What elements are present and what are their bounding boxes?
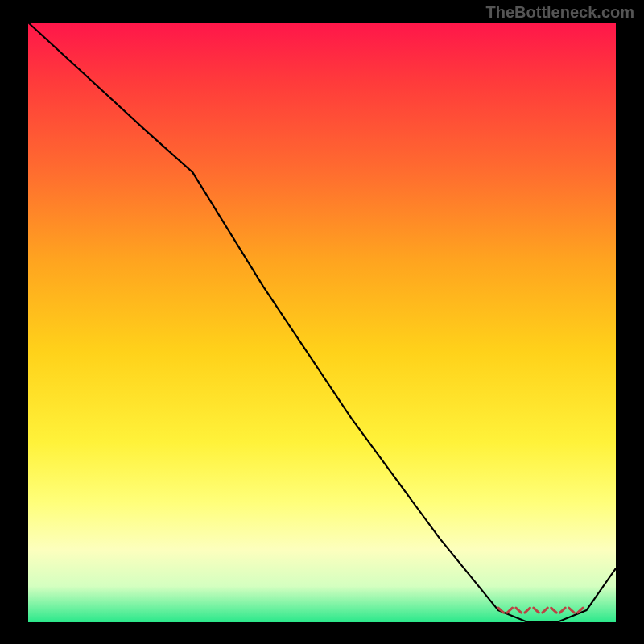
marker-dash: [560, 608, 566, 613]
chart-line-curve: [28, 23, 616, 622]
marker-dash: [507, 608, 513, 613]
marker-dash: [569, 608, 575, 613]
watermark-text: TheBottleneck.com: [486, 3, 634, 22]
chart-svg: [28, 23, 616, 622]
marker-dash: [525, 608, 530, 613]
marker-dash: [516, 608, 522, 613]
chart-marker-band: [498, 608, 583, 613]
marker-dash: [551, 608, 557, 613]
marker-dash: [543, 608, 548, 613]
marker-dash: [534, 608, 539, 613]
